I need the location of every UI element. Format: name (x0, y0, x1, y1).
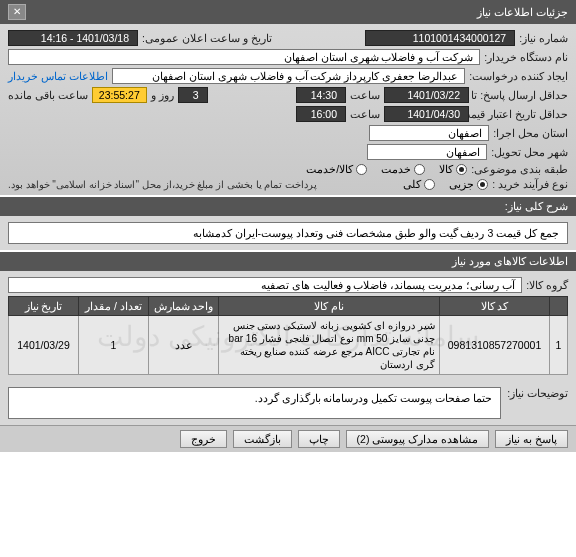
remaining-label: ساعت باقی مانده (8, 89, 88, 101)
announce-label: تاریخ و ساعت اعلان عمومی: (142, 32, 272, 44)
exec-loc-value: اصفهان (369, 125, 489, 141)
group-label: گروه کالا: (526, 279, 568, 291)
cell-name: شیر دروازه ای کشویی زبانه لاستیکی دستی ج… (219, 316, 440, 375)
radio-dot-icon (477, 179, 488, 190)
respond-button[interactable]: پاسخ به نیاز (495, 430, 568, 448)
need-desc-area: جمع کل قیمت 3 ردیف گیت والو طبق مشخصات ف… (0, 216, 576, 250)
deadline-date: 1401/03/22 (384, 87, 469, 103)
col-code: کد کالا (440, 297, 550, 316)
day-label: روز و (151, 89, 174, 101)
col-unit: واحد شمارش (149, 297, 219, 316)
category-label: طبقه بندی موضوعی: (471, 163, 568, 175)
notes-label: توضیحات نیاز: (507, 387, 568, 399)
process-label: نوع فرآیند خرید : (492, 178, 568, 190)
radio-full[interactable]: کلی (403, 178, 435, 190)
footer-bar: پاسخ به نیاز مشاهده مدارک پیوستی (2) چاپ… (0, 425, 576, 452)
col-idx (550, 297, 568, 316)
cell-qty: 1 (79, 316, 149, 375)
need-number-value: 1101001434000127 (365, 30, 515, 46)
cancel-button[interactable]: بازگشت (233, 430, 292, 448)
radio-dot-icon (356, 164, 367, 175)
modal-title: جزئیات اطلاعات نیاز (477, 6, 568, 19)
need-desc-text: جمع کل قیمت 3 ردیف گیت والو طبق مشخصات ف… (8, 222, 568, 244)
deliv-loc-value: اصفهان (367, 144, 487, 160)
col-name: نام کالا (219, 297, 440, 316)
exec-loc-label: استان محل اجرا: (493, 127, 568, 139)
items-header: اطلاعات کالاهای مورد نیاز (0, 252, 576, 271)
radio-dot-icon (424, 179, 435, 190)
days-remaining: 3 (178, 87, 208, 103)
process-radio-group: جزیی کلی (403, 178, 488, 190)
notes-area: توضیحات نیاز: حتما صفحات پیوست تکمیل ودر… (0, 381, 576, 425)
deliv-loc-label: شهر محل تحویل: (491, 146, 568, 158)
items-table: کد کالا نام کالا واحد شمارش تعداد / مقدا… (8, 296, 568, 375)
category-radio-group: کالا خدمت کالا/خدمت (306, 163, 467, 175)
cell-unit: عدد (149, 316, 219, 375)
valid-time: 16:00 (296, 106, 346, 122)
valid-label: حداقل تاریخ اعتبار قیمت: تا تاریخ: (473, 108, 568, 120)
group-value: آب رسانی؛ مدیریت پسماند، فاضلاب و فعالیت… (8, 277, 522, 293)
time-label-1: ساعت (350, 89, 380, 101)
table-wrap: سامانه تدارکات الکترونیکی دولت کد کالا ن… (8, 296, 568, 375)
radio-both[interactable]: کالا/خدمت (306, 163, 367, 175)
deadline-label: حداقل ارسال پاسخ: تا تاریخ: (473, 89, 568, 101)
time-remaining: 23:55:27 (92, 87, 147, 103)
time-label-2: ساعت (350, 108, 380, 120)
cell-idx: 1 (550, 316, 568, 375)
requester-label: ایجاد کننده درخواست: (469, 70, 568, 82)
col-qty: تعداد / مقدار (79, 297, 149, 316)
need-desc-header: شرح کلی نیاز: (0, 197, 576, 216)
radio-goods[interactable]: کالا (439, 163, 467, 175)
exit-button[interactable]: خروج (180, 430, 227, 448)
table-header-row: کد کالا نام کالا واحد شمارش تعداد / مقدا… (9, 297, 568, 316)
process-note: پرداخت تمام یا بخشی از مبلغ خرید،از محل … (8, 179, 317, 190)
radio-service[interactable]: خدمت (381, 163, 425, 175)
radio-dot-icon (414, 164, 425, 175)
modal-header: جزئیات اطلاعات نیاز ✕ (0, 0, 576, 24)
buyer-label: نام دستگاه خریدار: (484, 51, 568, 63)
contact-link[interactable]: اطلاعات تماس خریدار (8, 70, 108, 82)
radio-dot-icon (456, 164, 467, 175)
radio-partial[interactable]: جزیی (449, 178, 488, 190)
items-area: گروه کالا: آب رسانی؛ مدیریت پسماند، فاضل… (0, 271, 576, 381)
attachments-button[interactable]: مشاهده مدارک پیوستی (2) (346, 430, 490, 448)
announce-value: 1401/03/18 - 14:16 (8, 30, 138, 46)
table-row[interactable]: 1 0981310857270001 شیر دروازه ای کشویی ز… (9, 316, 568, 375)
form-panel: شماره نیاز: 1101001434000127 تاریخ و ساع… (0, 24, 576, 195)
close-icon[interactable]: ✕ (8, 4, 26, 20)
notes-text: حتما صفحات پیوست تکمیل ودرسامانه بارگذار… (8, 387, 501, 419)
cell-date: 1401/03/29 (9, 316, 79, 375)
valid-date: 1401/04/30 (384, 106, 469, 122)
requester-value: عبدالرضا جعفری کارپرداز شرکت آب و فاضلاب… (112, 68, 465, 84)
print-button[interactable]: چاپ (298, 430, 340, 448)
cell-code: 0981310857270001 (440, 316, 550, 375)
deadline-time: 14:30 (296, 87, 346, 103)
col-date: تاریخ نیاز (9, 297, 79, 316)
buyer-value: شرکت آب و فاضلاب شهری استان اصفهان (8, 49, 480, 65)
need-number-label: شماره نیاز: (519, 32, 568, 44)
